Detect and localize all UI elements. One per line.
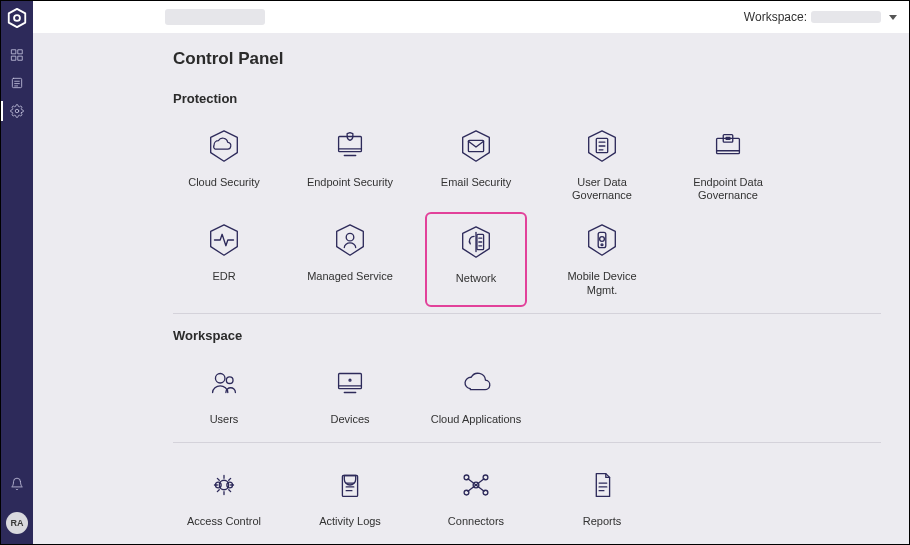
- endpoint-data-governance-icon: [708, 126, 748, 166]
- svg-point-38: [601, 244, 603, 246]
- cloud-applications-icon: [456, 363, 496, 403]
- endpoint-security-icon: [330, 126, 370, 166]
- svg-marker-11: [211, 131, 238, 161]
- nav-dashboard[interactable]: [1, 41, 33, 69]
- network-icon: [456, 222, 496, 262]
- tile-devices[interactable]: Devices: [299, 355, 401, 436]
- mobile-device-mgmt-icon: [582, 220, 622, 260]
- svg-marker-36: [589, 225, 616, 255]
- users-icon: [204, 363, 244, 403]
- tile-label: Devices: [330, 413, 369, 426]
- tile-label: Cloud Applications: [431, 413, 522, 426]
- nav-settings[interactable]: [1, 97, 33, 125]
- tile-managed-service[interactable]: Managed Service: [299, 212, 401, 306]
- tile-endpoint-data-governance[interactable]: Endpoint Data Governance: [677, 118, 779, 212]
- topbar: Workspace:: [33, 1, 909, 33]
- edr-icon: [204, 220, 244, 260]
- tile-label: Mobile Device Mgmt.: [553, 270, 651, 296]
- page-title: Control Panel: [173, 49, 881, 69]
- svg-point-45: [349, 379, 351, 381]
- email-security-icon: [456, 126, 496, 166]
- devices-icon: [330, 363, 370, 403]
- tile-user-data-governance[interactable]: User Data Governance: [551, 118, 653, 212]
- user-data-governance-icon: [582, 126, 622, 166]
- svg-rect-3: [18, 50, 22, 54]
- managed-service-icon: [330, 220, 370, 260]
- workspace-label: Workspace:: [744, 10, 807, 24]
- svg-rect-5: [18, 56, 22, 60]
- svg-marker-0: [9, 9, 26, 27]
- section-divider: [173, 313, 881, 314]
- tile-label: User Data Governance: [553, 176, 651, 202]
- tile-label: Reports: [583, 515, 622, 528]
- tile-activity-logs[interactable]: Activity Logs: [299, 457, 401, 538]
- nav-list[interactable]: [1, 69, 33, 97]
- svg-marker-15: [463, 131, 490, 161]
- tile-label: Email Security: [441, 176, 511, 189]
- svg-point-39: [600, 237, 605, 242]
- tile-reports[interactable]: Reports: [551, 457, 653, 538]
- tile-label: Connectors: [448, 515, 504, 528]
- reports-icon: [582, 465, 622, 505]
- protection-grid: Cloud Security Endpoint Security Email S…: [173, 118, 881, 307]
- svg-rect-4: [12, 56, 16, 60]
- tile-cloud-applications[interactable]: Cloud Applications: [425, 355, 527, 436]
- svg-point-40: [215, 373, 225, 383]
- workspace-grid-2: Access Control Activity Logs Connectors …: [173, 457, 881, 538]
- tile-email-security[interactable]: Email Security: [425, 118, 527, 212]
- sidebar: RA: [1, 1, 33, 544]
- tile-edr[interactable]: EDR: [173, 212, 275, 306]
- brand-name-redacted: [165, 9, 265, 25]
- section-title-workspace: Workspace: [173, 328, 881, 343]
- workspace-dropdown-caret[interactable]: [889, 15, 897, 20]
- activity-logs-icon: [330, 465, 370, 505]
- brand-logo: [6, 7, 28, 29]
- tile-network[interactable]: Network: [425, 212, 527, 306]
- svg-rect-16: [468, 140, 483, 151]
- access-control-icon: [204, 465, 244, 505]
- svg-rect-2: [12, 50, 16, 54]
- tile-label: Activity Logs: [319, 515, 381, 528]
- tile-label: Access Control: [187, 515, 261, 528]
- tile-label: Endpoint Data Governance: [679, 176, 777, 202]
- connectors-icon: [456, 465, 496, 505]
- svg-point-10: [15, 109, 19, 113]
- tile-label: Endpoint Security: [307, 176, 393, 189]
- tile-label: EDR: [212, 270, 235, 283]
- tile-label: Cloud Security: [188, 176, 260, 189]
- tile-label: Network: [456, 272, 496, 285]
- svg-point-1: [14, 15, 20, 21]
- user-avatar[interactable]: RA: [6, 512, 28, 534]
- tile-users[interactable]: Users: [173, 355, 275, 436]
- avatar-initials: RA: [11, 518, 24, 528]
- tile-label: Users: [210, 413, 239, 426]
- tile-connectors[interactable]: Connectors: [425, 457, 527, 538]
- svg-point-41: [226, 377, 233, 384]
- main-area: Workspace: Control Panel Protection Clou…: [33, 1, 909, 544]
- tile-cloud-security[interactable]: Cloud Security: [173, 118, 275, 212]
- section-divider: [173, 442, 881, 443]
- tile-endpoint-security[interactable]: Endpoint Security: [299, 118, 401, 212]
- svg-point-29: [346, 234, 354, 242]
- tile-label: Managed Service: [307, 270, 393, 283]
- workspace-grid-1: Users Devices Cloud Applications: [173, 355, 881, 436]
- svg-marker-28: [337, 225, 364, 255]
- cloud-security-icon: [204, 126, 244, 166]
- notifications-button[interactable]: [1, 470, 33, 498]
- workspace-name-redacted: [811, 11, 881, 23]
- tile-mobile-device-mgmt[interactable]: Mobile Device Mgmt.: [551, 212, 653, 306]
- content: Control Panel Protection Cloud Security …: [33, 33, 909, 544]
- section-title-protection: Protection: [173, 91, 881, 106]
- tile-access-control[interactable]: Access Control: [173, 457, 275, 538]
